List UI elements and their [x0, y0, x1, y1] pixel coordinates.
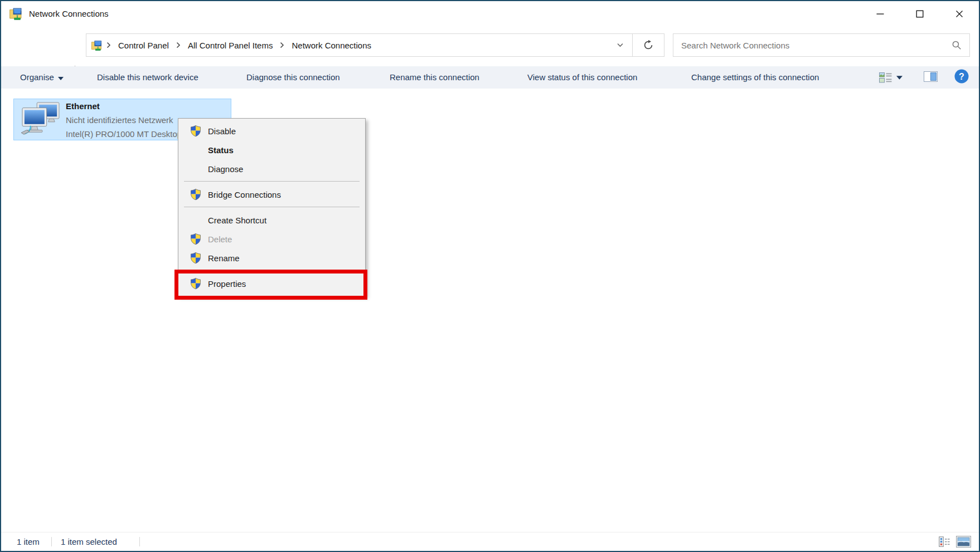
- menu-item-delete: Delete: [178, 229, 365, 248]
- toolbar-button-rename-this-connection[interactable]: Rename this connection: [390, 66, 479, 89]
- menu-item-label: Create Shortcut: [208, 216, 266, 225]
- search-icon: [952, 40, 962, 50]
- toolbar-button-view-status-of-this-connection[interactable]: View status of this connection: [527, 66, 637, 89]
- details-view-icon: [939, 536, 950, 547]
- breadcrumb-item-all-control-panel-items[interactable]: All Control Panel Items: [184, 41, 277, 50]
- help-icon: [954, 69, 969, 84]
- menu-separator: [184, 207, 360, 207]
- menu-separator: [184, 181, 360, 182]
- menu-separator: [184, 270, 360, 271]
- network-connections-window: Network Connections Control PanelAll Con…: [0, 0, 980, 552]
- minimize-icon: [876, 10, 884, 18]
- uac-shield-icon: [190, 233, 202, 247]
- menu-item-properties[interactable]: Properties: [178, 274, 365, 293]
- menu-item-diagnose[interactable]: Diagnose: [178, 159, 365, 178]
- statusbar-divider: [51, 537, 52, 546]
- uac-shield-icon: [190, 188, 202, 202]
- refresh-icon: [643, 40, 653, 50]
- menu-item-label: Status: [208, 145, 234, 155]
- toolbar-button-label: Rename this connection: [390, 72, 479, 82]
- chevron-down-icon: [617, 43, 624, 47]
- menu-item-label: Bridge Connections: [208, 190, 281, 199]
- refresh-button[interactable]: [633, 34, 664, 56]
- search-box: [673, 33, 970, 57]
- menu-item-label: Diagnose: [208, 164, 243, 174]
- menu-item-label: Properties: [208, 279, 246, 289]
- address-bar[interactable]: Control PanelAll Control Panel ItemsNetw…: [86, 33, 664, 57]
- uac-shield-icon: [190, 125, 202, 139]
- caret-down-icon: [58, 66, 64, 89]
- close-button[interactable]: [939, 1, 979, 26]
- menu-item-disable[interactable]: Disable: [178, 121, 365, 140]
- menu-item-label: Rename: [208, 253, 240, 263]
- search-input[interactable]: [673, 34, 944, 56]
- navigation-bar: Control PanelAll Control Panel ItemsNetw…: [1, 26, 979, 66]
- view-toggle-icons: [939, 536, 971, 549]
- connection-name: Ethernet: [66, 99, 244, 113]
- menu-item-label: Delete: [208, 235, 232, 244]
- window-title: Network Connections: [29, 1, 109, 26]
- menu-item-status[interactable]: Status: [178, 140, 365, 159]
- toolbar-right-icons: [879, 66, 969, 89]
- change-view-icon: [879, 72, 892, 83]
- toolbar-button-organise[interactable]: Organise: [20, 66, 64, 89]
- toolbar-button-diagnose-this-connection[interactable]: Diagnose this connection: [246, 66, 340, 89]
- ethernet-monitors-icon: [20, 101, 62, 138]
- details-view-button[interactable]: [939, 536, 950, 549]
- items-count: 1 item: [17, 533, 40, 551]
- uac-shield-icon: [190, 252, 202, 266]
- minimize-button[interactable]: [860, 1, 900, 26]
- breadcrumb-chevron-icon[interactable]: [173, 42, 184, 48]
- maximize-icon: [916, 10, 924, 18]
- breadcrumb-chevron-icon[interactable]: [276, 42, 288, 48]
- toolbar-button-disable-this-network-device[interactable]: Disable this network device: [97, 66, 198, 89]
- status-bar: 1 item 1 item selected: [1, 532, 979, 551]
- toolbar-button-label: Diagnose this connection: [246, 72, 340, 82]
- breadcrumb-item-control-panel[interactable]: Control Panel: [114, 41, 173, 50]
- menu-item-bridge-connections[interactable]: Bridge Connections: [178, 185, 365, 204]
- thumbnail-view-button[interactable]: [956, 536, 971, 549]
- toolbar-button-label: Organise: [20, 72, 54, 82]
- help-button[interactable]: [954, 69, 969, 86]
- address-bar-controls: [608, 34, 664, 56]
- statusbar-divider: [139, 537, 140, 546]
- close-icon: [955, 10, 963, 18]
- selected-count: 1 item selected: [61, 533, 117, 551]
- file-list-area[interactable]: Ethernet Nicht identifiziertes Netzwerk …: [1, 89, 979, 532]
- toolbar-button-label: View status of this connection: [527, 72, 637, 82]
- preview-pane-icon: [924, 71, 938, 82]
- toolbar-button-label: Disable this network device: [97, 72, 198, 82]
- menu-item-label: Disable: [208, 126, 236, 136]
- location-icon: [91, 39, 103, 51]
- caret-down-icon: [896, 76, 903, 80]
- window-controls: [860, 1, 979, 26]
- breadcrumb: Control PanelAll Control Panel ItemsNetw…: [103, 34, 375, 56]
- menu-item-create-shortcut[interactable]: Create Shortcut: [178, 211, 365, 229]
- command-toolbar: OrganiseDisable this network deviceDiagn…: [1, 66, 979, 89]
- menu-item-rename[interactable]: Rename: [178, 248, 365, 267]
- thumbnail-view-icon: [956, 536, 971, 548]
- title-bar: Network Connections: [1, 1, 979, 26]
- breadcrumb-chevron-icon[interactable]: [103, 42, 114, 48]
- address-dropdown-button[interactable]: [608, 34, 632, 56]
- network-connections-app-icon: [9, 6, 23, 21]
- uac-shield-icon: [190, 277, 202, 291]
- maximize-button[interactable]: [900, 1, 939, 26]
- breadcrumb-item-network-connections[interactable]: Network Connections: [288, 41, 375, 50]
- toolbar-button-change-settings-of-this-connection[interactable]: Change settings of this connection: [691, 66, 819, 89]
- toolbar-button-label: Change settings of this connection: [691, 72, 819, 82]
- context-menu: DisableStatusDiagnoseBridge ConnectionsC…: [178, 118, 366, 296]
- preview-pane-button[interactable]: [924, 71, 938, 84]
- change-view-button[interactable]: [879, 72, 903, 83]
